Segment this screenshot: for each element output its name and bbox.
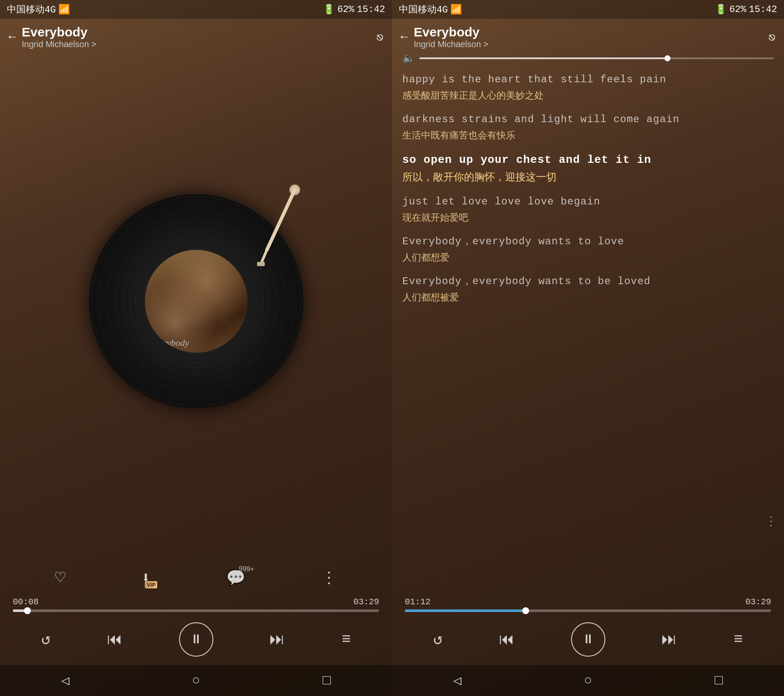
- artist-name: Ingrid Michaelson >: [22, 39, 376, 49]
- lyric-zh-5: 人们都想爱: [402, 250, 771, 264]
- header-title-block-right: Everybody Ingrid Michaelson >: [414, 25, 768, 49]
- nav-recents-right[interactable]: □: [715, 673, 723, 689]
- pause-icon-right: ⏸: [582, 632, 595, 647]
- status-right-right: 🔋 62% 15:42: [715, 4, 777, 15]
- heart-icon: ♡: [55, 569, 66, 588]
- playlist-icon-right: ≡: [733, 631, 743, 648]
- back-button[interactable]: ←: [9, 30, 16, 44]
- lyric-en-3: so open up your chest and let it in: [402, 152, 771, 168]
- lyric-zh-6: 人们都想被爱: [402, 290, 771, 304]
- status-left-right: 中国移动4G 📶: [399, 3, 462, 16]
- lyric-en-2: darkness strains and light will come aga…: [402, 112, 771, 127]
- repeat-icon: ↺: [41, 631, 51, 649]
- lyric-zh-3: 所以，敞开你的胸怀，迎接这一切: [402, 169, 771, 185]
- progress-fill-right: [405, 609, 526, 612]
- repeat-icon-right: ↺: [433, 631, 443, 649]
- progress-dot-left[interactable]: [24, 607, 31, 614]
- repeat-button[interactable]: ↺: [41, 630, 51, 649]
- progress-times-left: 00:08 03:29: [13, 597, 379, 607]
- vinyl-container: Everybody: [89, 194, 303, 408]
- nav-bar-left: ◁ ○ □: [0, 665, 392, 696]
- progress-bar-right[interactable]: [405, 609, 771, 612]
- song-title: Everybody: [22, 25, 376, 39]
- lyric-zh-2: 生活中既有痛苦也会有快乐: [402, 128, 771, 142]
- header-title-block: Everybody Ingrid Michaelson >: [22, 25, 376, 49]
- next-button[interactable]: ⏭: [269, 630, 285, 649]
- status-bar-left: 中国移动4G 📶 🔋 62% 15:42: [0, 0, 392, 19]
- lyric-zh-1: 感受酸甜苦辣正是人心的美妙之处: [402, 88, 771, 102]
- heart-button[interactable]: ♡: [55, 567, 66, 588]
- lyric-en-1: happy is the heart that still feels pain: [402, 72, 771, 87]
- playlist-icon: ≡: [341, 631, 351, 648]
- download-button[interactable]: ⬇ VIP: [141, 569, 151, 588]
- comment-count: 999+: [239, 565, 254, 573]
- volume-fill: [419, 57, 667, 59]
- svg-rect-3: [257, 262, 265, 266]
- lyrics-section: happy is the heart that still feels pain…: [392, 68, 784, 597]
- prev-icon: ⏮: [107, 631, 123, 649]
- share-button[interactable]: ⎋: [376, 30, 383, 45]
- song-title-right: Everybody: [414, 25, 768, 39]
- header-left: ← Everybody Ingrid Michaelson > ⎋: [0, 19, 392, 52]
- next-icon-right: ⏭: [661, 631, 677, 649]
- nav-home-icon-right: ○: [584, 673, 592, 689]
- total-time-right: 03:29: [745, 597, 771, 607]
- progress-bar-left[interactable]: [13, 609, 379, 612]
- nav-home-right[interactable]: ○: [584, 673, 592, 689]
- lyric-block-5: Everybody，everybody wants to love 人们都想爱: [402, 234, 771, 264]
- prev-button-right[interactable]: ⏮: [499, 630, 515, 649]
- comment-button[interactable]: 💬 999+: [226, 569, 245, 588]
- lyric-en-5: Everybody，everybody wants to love: [402, 234, 771, 249]
- carrier-text: 中国移动4G: [7, 3, 56, 16]
- share-button-right[interactable]: ⎋: [768, 30, 775, 45]
- status-right: 🔋 62% 15:42: [323, 4, 385, 15]
- lyric-en-4: just let love love love begain: [402, 194, 771, 210]
- nav-home-icon-left: ○: [192, 673, 200, 689]
- lyric-block-4: just let love love love begain 现在就开始爱吧: [402, 194, 771, 225]
- next-button-right[interactable]: ⏭: [661, 630, 677, 649]
- left-panel: 中国移动4G 📶 🔋 62% 15:42 ← Everybody Ingrid …: [0, 0, 392, 696]
- progress-dot-right[interactable]: [522, 607, 529, 614]
- controls-right: ↺ ⏮ ⏸ ⏭ ≡: [392, 615, 784, 665]
- progress-times-right: 01:12 03:29: [405, 597, 771, 607]
- album-photo: Everybody: [145, 250, 248, 353]
- pause-button-right[interactable]: ⏸: [571, 622, 605, 657]
- progress-section-right: 01:12 03:29: [392, 597, 784, 612]
- repeat-button-right[interactable]: ↺: [433, 630, 443, 649]
- action-bar: ♡ ⬇ VIP 💬 999+ ⋮: [0, 559, 392, 597]
- right-panel: 中国移动4G 📶 🔋 62% 15:42 ← Everybody Ingrid …: [392, 0, 784, 696]
- nav-back-icon-left: ◁: [61, 673, 69, 689]
- volume-dot[interactable]: [664, 55, 670, 61]
- pause-button-left[interactable]: ⏸: [179, 622, 213, 657]
- nav-back-left[interactable]: ◁: [61, 672, 69, 689]
- battery-text: 62%: [337, 4, 354, 15]
- status-bar-right: 中国移动4G 📶 🔋 62% 15:42: [392, 0, 784, 19]
- current-time-right: 01:12: [405, 597, 431, 607]
- nav-back-right[interactable]: ◁: [453, 672, 461, 689]
- header-right: ← Everybody Ingrid Michaelson > ⎋: [392, 19, 784, 52]
- more-icon: ⋮: [321, 570, 337, 588]
- more-button-lyrics[interactable]: ⋮: [765, 514, 777, 528]
- time-text: 15:42: [357, 4, 385, 15]
- nav-recents-icon-left: □: [323, 673, 331, 689]
- battery-icon: 🔋: [323, 4, 335, 15]
- volume-icon: 🔈: [402, 52, 415, 64]
- playlist-button-right[interactable]: ≡: [733, 631, 743, 648]
- nav-home-left[interactable]: ○: [192, 673, 200, 689]
- current-time-left: 00:08: [13, 597, 39, 607]
- carrier-text-right: 中国移动4G: [399, 3, 448, 16]
- battery-icon-right: 🔋: [715, 4, 727, 15]
- nav-back-icon-right: ◁: [453, 673, 461, 689]
- playlist-button[interactable]: ≡: [341, 631, 351, 648]
- lyric-block-2: darkness strains and light will come aga…: [402, 112, 771, 142]
- artist-name-right: Ingrid Michaelson >: [414, 39, 768, 49]
- volume-track[interactable]: [419, 57, 774, 59]
- album-section: Everybody: [0, 52, 392, 559]
- nav-recents-left[interactable]: □: [323, 673, 331, 689]
- total-time-left: 03:29: [353, 597, 379, 607]
- back-button-right[interactable]: ←: [401, 30, 408, 44]
- more-button[interactable]: ⋮: [321, 569, 337, 588]
- lyric-block-1: happy is the heart that still feels pain…: [402, 72, 771, 102]
- svg-line-1: [267, 190, 295, 250]
- prev-button[interactable]: ⏮: [107, 630, 123, 649]
